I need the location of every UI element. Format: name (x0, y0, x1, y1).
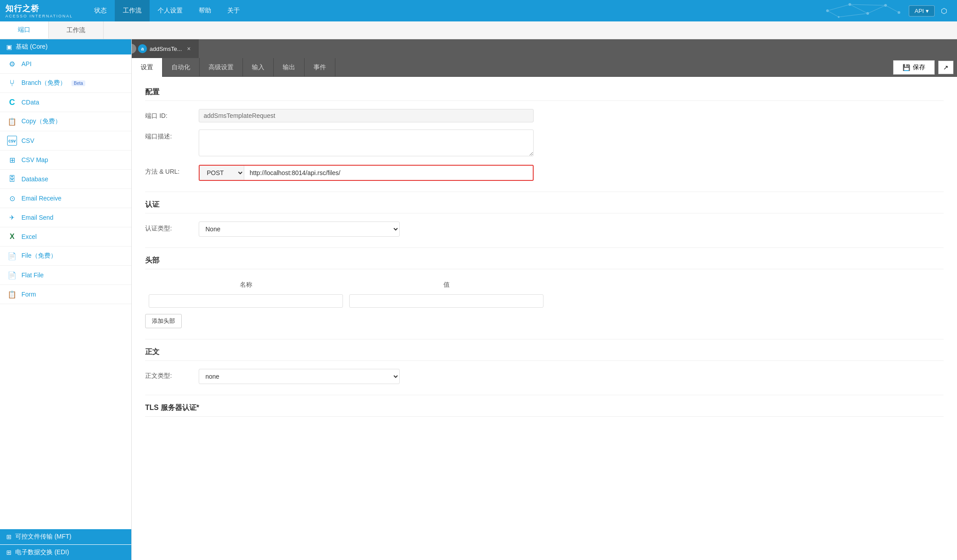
sidebar-group-icon: ▣ (6, 43, 12, 50)
sidebar-item-cdata[interactable]: C CData (0, 93, 131, 112)
body-type-row: 正文类型: none raw form-data x-www-form-urle… (145, 369, 944, 384)
sidebar-item-label-csvmap: CSV Map (21, 156, 48, 163)
auth-section-title: 认证 (145, 200, 944, 213)
body-type-select[interactable]: none raw form-data x-www-form-urlencoded (199, 369, 400, 384)
section-separator-tls (145, 395, 944, 395)
top-nav: 知行之桥 ACESSO INTERNATIONAL 状态 工作流 个人设置 帮助… (0, 0, 957, 21)
sidebar-item-label-csv: CSV (21, 137, 34, 144)
port-id-control (199, 109, 534, 122)
auth-type-label: 认证类型: (145, 221, 199, 233)
header-value-cell-1 (347, 293, 546, 309)
mft-icon: ⊞ (6, 533, 12, 540)
workflow-tab-close[interactable]: × (185, 44, 192, 53)
content-tab-settings[interactable]: 设置 (132, 58, 163, 77)
csv-icon: csv (7, 136, 17, 146)
nav-right: API ▾ ⬡ (909, 5, 950, 17)
sidebar-group-label: 基础 (Core) (16, 43, 48, 51)
add-header-button[interactable]: 添加头部 (145, 314, 182, 328)
beta-badge: Beta (71, 80, 85, 86)
workflow-tab-addSms[interactable]: a addSmsTe... × (132, 39, 199, 58)
csvmap-icon: ⊞ (7, 155, 17, 165)
nav-item-help[interactable]: 帮助 (191, 0, 219, 21)
url-input[interactable] (244, 166, 533, 180)
content-tab-advanced[interactable]: 高级设置 (200, 58, 243, 77)
auth-type-select[interactable]: None Basic OAuth Token (199, 221, 400, 237)
sidebar-item-api[interactable]: ⚙ API (0, 54, 131, 74)
nav-item-status[interactable]: 状态 (86, 0, 115, 21)
sidebar-item-copy[interactable]: 📋 Copy（免费） (0, 112, 131, 131)
body-type-control: none raw form-data x-www-form-urlencoded (199, 369, 534, 384)
edi-icon: ⊞ (6, 549, 12, 556)
auth-type-control: None Basic OAuth Token (199, 221, 534, 237)
sidebar-item-email-receive[interactable]: ⊙ Email Receive (0, 189, 131, 208)
headers-section-title: 头部 (145, 256, 944, 269)
body-section-title: 正文 (145, 347, 944, 361)
workflow-tab-bar: ‹ a addSmsTe... × (132, 39, 957, 58)
sidebar-items-list: ⚙ API ⑂ Branch（免费） Beta C CData 📋 Copy（免… (0, 54, 131, 529)
content-tab-events[interactable]: 事件 (305, 58, 335, 77)
sidebar-item-flatfile[interactable]: 📄 Flat File (0, 266, 131, 285)
port-desc-control (199, 130, 534, 158)
app-logo: 知行之桥 ACESSO INTERNATIONAL (5, 3, 73, 18)
sidebar-item-label-email-send: Email Send (21, 214, 54, 221)
sidebar-item-label-excel: Excel (21, 233, 37, 240)
database-icon: 🗄 (7, 174, 17, 184)
content-tab-input[interactable]: 输入 (243, 58, 274, 77)
nav-external-link-button[interactable]: ⬡ (938, 5, 950, 17)
save-button[interactable]: 💾 保存 (893, 60, 935, 75)
headers-table: 名称 值 (145, 277, 547, 310)
main-content: 配置 端口 ID: 端口描述: 方法 & URL: POST (132, 77, 957, 560)
second-row-tabs: 端口 工作流 (0, 21, 957, 39)
external-link-button[interactable]: ↗ (938, 61, 953, 74)
sidebar-item-email-send[interactable]: ✈ Email Send (0, 208, 131, 227)
cdata-icon: C (7, 97, 17, 107)
header-value-input-1[interactable] (349, 294, 543, 308)
sidebar-item-label-copy: Copy（免费） (21, 117, 61, 125)
config-section-title: 配置 (145, 88, 944, 101)
sidebar-item-csv[interactable]: csv CSV (0, 131, 131, 150)
branch-icon: ⑂ (7, 78, 17, 88)
tab-port[interactable]: 端口 (0, 21, 49, 39)
api-icon: ⚙ (7, 59, 17, 69)
method-select[interactable]: POST GET PUT DELETE PATCH (200, 166, 244, 180)
sidebar-item-excel[interactable]: X Excel (0, 227, 131, 247)
method-url-control: POST GET PUT DELETE PATCH (199, 165, 534, 181)
api-button[interactable]: API ▾ (909, 5, 935, 17)
tab-workflow[interactable]: 工作流 (49, 21, 104, 39)
headers-value-col: 值 (347, 278, 546, 292)
sidebar-group-core: ▣ 基础 (Core) (0, 39, 131, 54)
headers-name-col: 名称 (146, 278, 346, 292)
header-name-input-1[interactable] (149, 294, 343, 308)
logo-main-text: 知行之桥 (5, 3, 39, 14)
section-separator-auth (145, 192, 944, 192)
save-icon: 💾 (903, 64, 910, 71)
sidebar-item-label-flatfile: Flat File (21, 272, 44, 279)
body-type-label: 正文类型: (145, 369, 199, 380)
auth-type-row: 认证类型: None Basic OAuth Token (145, 221, 944, 237)
tls-section-title: TLS 服务器认证* (145, 403, 944, 417)
sidebar-item-label-form: Form (21, 291, 36, 298)
section-separator-headers (145, 247, 944, 248)
nav-item-about[interactable]: 关于 (219, 0, 248, 21)
sidebar-footer-mft[interactable]: ⊞ 可控文件传输 (MFT) (0, 529, 131, 544)
sidebar-item-database[interactable]: 🗄 Database (0, 170, 131, 189)
sidebar-item-branch[interactable]: ⑂ Branch（免费） Beta (0, 74, 131, 93)
content-tab-output[interactable]: 输出 (274, 58, 305, 77)
nav-item-workflow[interactable]: 工作流 (115, 0, 150, 21)
content-tab-automation[interactable]: 自动化 (163, 58, 200, 77)
port-id-row: 端口 ID: (145, 109, 944, 122)
main-layout: ▣ 基础 (Core) ⚙ API ⑂ Branch（免费） Beta C CD… (0, 39, 957, 560)
excel-icon: X (7, 232, 17, 242)
sidebar-item-form[interactable]: 📋 Form (0, 285, 131, 304)
method-url-row: 方法 & URL: POST GET PUT DELETE PATCH (145, 165, 944, 181)
sidebar-footer-edi[interactable]: ⊞ 电子数据交换 (EDI) (0, 545, 131, 560)
mft-label: 可控文件传输 (MFT) (15, 533, 71, 541)
sidebar-item-file[interactable]: 📄 File（免费） (0, 247, 131, 266)
sidebar-item-csvmap[interactable]: ⊞ CSV Map (0, 150, 131, 170)
sidebar-item-label-email-receive: Email Receive (21, 195, 61, 202)
port-desc-textarea[interactable] (199, 130, 534, 156)
logo-sub-text: ACESSO INTERNATIONAL (5, 14, 73, 18)
port-id-input[interactable] (199, 109, 534, 122)
nav-item-personal-settings[interactable]: 个人设置 (150, 0, 191, 21)
right-area: ‹ a addSmsTe... × 设置 自动化 高级设置 输入 输出 事件 💾… (132, 39, 957, 560)
